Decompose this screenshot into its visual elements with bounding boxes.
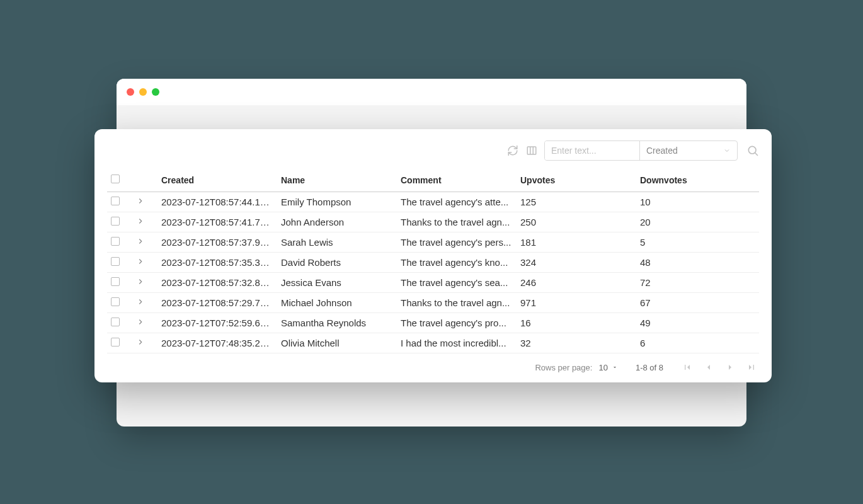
table-row[interactable]: 2023-07-12T07:48:35.263ZOlivia MitchellI… <box>107 333 759 353</box>
cell-downvotes: 49 <box>636 313 759 333</box>
svg-line-4 <box>755 153 758 156</box>
data-card: Created Created Name Comment Upvotes Dow… <box>94 129 772 382</box>
search-button[interactable] <box>746 144 759 157</box>
search-input[interactable] <box>545 141 639 160</box>
row-checkbox[interactable] <box>111 338 120 346</box>
table-row[interactable]: 2023-07-12T08:57:37.992ZSarah LewisThe t… <box>107 232 759 253</box>
expand-row-button[interactable] <box>136 257 145 266</box>
chevron-right-icon <box>136 197 145 205</box>
table-row[interactable]: 2023-07-12T08:57:35.314ZDavid RobertsThe… <box>107 253 759 273</box>
window-close-button[interactable] <box>127 88 134 96</box>
cell-downvotes: 5 <box>636 232 759 253</box>
rows-per-page: Rows per page: 10 <box>535 363 618 372</box>
expand-row-button[interactable] <box>136 297 145 306</box>
rows-per-page-label: Rows per page: <box>535 363 592 372</box>
row-checkbox[interactable] <box>111 237 120 246</box>
expand-row-button[interactable] <box>136 338 145 346</box>
cell-downvotes: 20 <box>636 212 759 232</box>
cell-downvotes: 6 <box>636 333 759 353</box>
cell-upvotes: 32 <box>517 333 636 353</box>
col-comment[interactable]: Comment <box>397 169 517 192</box>
cell-upvotes: 16 <box>517 313 636 333</box>
cell-name: Michael Johnson <box>277 293 397 313</box>
pagination-range: 1-8 of 8 <box>636 363 663 372</box>
col-name[interactable]: Name <box>277 169 397 192</box>
chevron-down-icon <box>723 147 731 154</box>
cell-comment: The travel agency's atte... <box>397 192 517 212</box>
pagination-buttons <box>682 362 757 372</box>
rows-per-page-select[interactable]: 10 <box>598 363 617 372</box>
cell-created: 2023-07-12T07:52:59.660Z <box>157 313 277 333</box>
last-page-button[interactable] <box>746 362 757 372</box>
next-page-button[interactable] <box>725 362 735 372</box>
cell-upvotes: 246 <box>517 273 636 293</box>
cell-downvotes: 10 <box>636 192 759 212</box>
cell-name: John Anderson <box>277 212 397 232</box>
col-upvotes[interactable]: Upvotes <box>517 169 636 192</box>
cell-downvotes: 72 <box>636 273 759 293</box>
row-checkbox[interactable] <box>111 217 120 226</box>
cell-created: 2023-07-12T08:57:41.704Z <box>157 212 277 232</box>
cell-name: Olivia Mitchell <box>277 333 397 353</box>
chevron-right-icon <box>136 217 145 226</box>
traffic-lights <box>127 88 159 96</box>
expand-row-button[interactable] <box>136 318 145 326</box>
chevron-right-icon <box>136 277 145 286</box>
cell-upvotes: 250 <box>517 212 636 232</box>
chevron-right-icon <box>136 338 145 346</box>
table-row[interactable]: 2023-07-12T08:57:44.143ZEmily ThompsonTh… <box>107 192 759 212</box>
table-row[interactable]: 2023-07-12T08:57:29.729ZMichael JohnsonT… <box>107 293 759 313</box>
filter-field-label: Created <box>646 146 678 156</box>
col-created[interactable]: Created <box>157 169 277 192</box>
select-all-checkbox[interactable] <box>111 175 120 183</box>
cell-name: Emily Thompson <box>277 192 397 212</box>
row-checkbox[interactable] <box>111 277 120 286</box>
cell-created: 2023-07-12T08:57:37.992Z <box>157 232 277 253</box>
chevron-right-icon <box>136 297 145 306</box>
chevron-right-icon <box>136 257 145 266</box>
cell-name: Samantha Reynolds <box>277 313 397 333</box>
row-checkbox[interactable] <box>111 318 120 326</box>
table-row[interactable]: 2023-07-12T08:57:32.805ZJessica EvansThe… <box>107 273 759 293</box>
row-checkbox[interactable] <box>111 297 120 306</box>
table-row[interactable]: 2023-07-12T07:52:59.660ZSamantha Reynold… <box>107 313 759 333</box>
dropdown-icon <box>612 364 618 370</box>
cell-created: 2023-07-12T08:57:32.805Z <box>157 273 277 293</box>
table-row[interactable]: 2023-07-12T08:57:41.704ZJohn AndersonTha… <box>107 212 759 232</box>
refresh-button[interactable] <box>506 144 519 157</box>
expand-row-button[interactable] <box>136 237 145 246</box>
row-checkbox[interactable] <box>111 257 120 266</box>
cell-downvotes: 48 <box>636 253 759 273</box>
cell-downvotes: 67 <box>636 293 759 313</box>
cell-created: 2023-07-12T08:57:29.729Z <box>157 293 277 313</box>
chevron-right-icon <box>136 237 145 246</box>
columns-button[interactable] <box>525 144 538 157</box>
window-minimize-button[interactable] <box>139 88 147 96</box>
cell-comment: The travel agency's sea... <box>397 273 517 293</box>
col-downvotes[interactable]: Downvotes <box>636 169 759 192</box>
filter-field-select[interactable]: Created <box>639 141 737 160</box>
cell-created: 2023-07-12T08:57:44.143Z <box>157 192 277 212</box>
cell-upvotes: 125 <box>517 192 636 212</box>
search-group: Created <box>544 140 738 161</box>
row-checkbox[interactable] <box>111 197 120 205</box>
cell-created: 2023-07-12T07:48:35.263Z <box>157 333 277 353</box>
cell-upvotes: 181 <box>517 232 636 253</box>
window-maximize-button[interactable] <box>152 88 159 96</box>
expand-row-button[interactable] <box>136 217 145 226</box>
cell-comment: The travel agency's kno... <box>397 253 517 273</box>
cell-comment: The travel agency's pers... <box>397 232 517 253</box>
window-titlebar <box>117 79 746 105</box>
cell-created: 2023-07-12T08:57:35.314Z <box>157 253 277 273</box>
cell-name: David Roberts <box>277 253 397 273</box>
svg-rect-0 <box>527 147 536 154</box>
prev-page-button[interactable] <box>704 362 714 372</box>
expand-row-button[interactable] <box>136 277 145 286</box>
first-page-button[interactable] <box>682 362 692 372</box>
cell-comment: Thanks to the travel agn... <box>397 212 517 232</box>
expand-row-button[interactable] <box>136 197 145 205</box>
pagination: Rows per page: 10 1-8 of 8 <box>107 353 759 376</box>
cell-comment: The travel agency's pro... <box>397 313 517 333</box>
search-icon <box>746 144 759 157</box>
data-table: Created Name Comment Upvotes Downvotes 2… <box>107 169 759 353</box>
